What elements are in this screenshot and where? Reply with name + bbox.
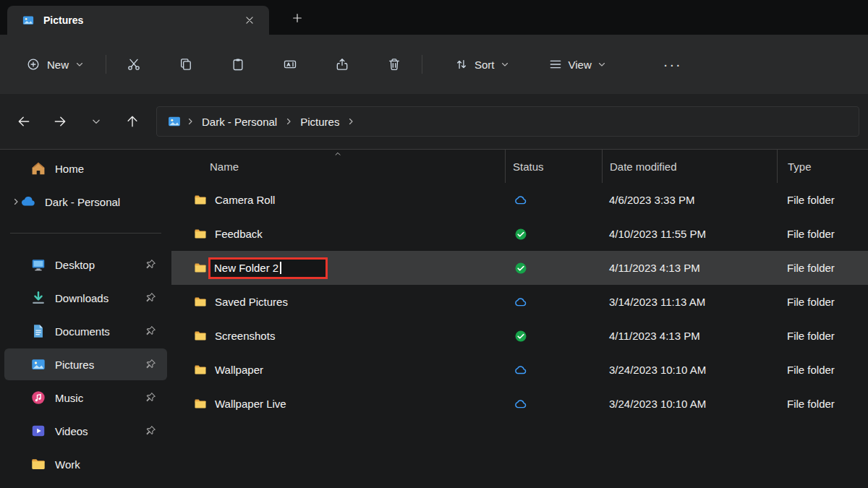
cut-button[interactable] (118, 50, 150, 79)
file-name: Saved Pictures (215, 296, 288, 308)
sidebar-item-label: Music (55, 392, 144, 404)
rename-icon (283, 57, 297, 72)
sidebar-item-pictures[interactable]: Pictures (4, 348, 167, 380)
view-icon (548, 57, 563, 72)
cut-icon (127, 57, 141, 72)
file-list-pane: Name Status Date modified Type Camera Ro… (171, 150, 868, 488)
tab-close-button[interactable] (240, 11, 259, 30)
column-header-type[interactable]: Type (777, 150, 868, 183)
sidebar-item-downloads[interactable]: Downloads (4, 282, 167, 314)
sidebar-item-dark-personal[interactable]: Dark - Personal (4, 186, 167, 218)
new-button[interactable]: New (16, 50, 94, 79)
sidebar-item-work[interactable]: Work (4, 448, 167, 480)
share-icon (335, 57, 349, 72)
view-button[interactable]: View (540, 50, 615, 79)
table-row[interactable]: Saved Pictures 3/14/2023 11:13 AM File f… (171, 285, 868, 319)
sidebar-item-videos[interactable]: Videos (4, 415, 167, 447)
file-name: Feedback (215, 228, 263, 240)
folder-icon (192, 329, 208, 343)
rename-input-value: New Folder 2 (214, 262, 278, 274)
date-modified: 3/14/2023 11:13 AM (602, 285, 777, 319)
pin-icon (144, 291, 157, 304)
chevron-right-icon (346, 117, 355, 126)
sidebar-item-documents[interactable]: Documents (4, 315, 167, 347)
home-icon (30, 160, 46, 176)
folder-icon (192, 193, 208, 207)
sidebar-item-label: Pictures (55, 359, 144, 371)
onedrive-icon (20, 194, 36, 210)
forward-button[interactable] (49, 111, 71, 132)
delete-button[interactable] (378, 50, 410, 79)
sidebar-item-desktop[interactable]: Desktop (4, 249, 167, 281)
desktop-icon (30, 257, 46, 273)
table-row[interactable]: Screenshots 4/11/2023 4:13 PM File folde… (171, 319, 868, 353)
new-button-label: New (47, 59, 69, 71)
synced-status-icon (514, 227, 528, 241)
back-button[interactable] (13, 111, 35, 132)
tab-bar: Pictures (0, 0, 868, 35)
sort-button[interactable]: Sort (446, 50, 518, 79)
column-header-name[interactable]: Name (171, 150, 505, 183)
more-options-button[interactable]: ··· (658, 50, 687, 79)
column-header-status[interactable]: Status (505, 150, 602, 183)
table-row[interactable]: Wallpaper Live 3/24/2023 10:10 AM File f… (171, 387, 868, 421)
navigation-pane: Home Dark - Personal Desktop Downloads D… (0, 150, 171, 488)
table-row[interactable]: New Folder 2 4/11/2023 4:13 PM File fold… (171, 251, 868, 285)
forward-arrow-icon (53, 114, 67, 129)
sidebar-item-music[interactable]: Music (4, 382, 167, 414)
share-button[interactable] (326, 50, 358, 79)
column-header-name-label: Name (210, 160, 239, 173)
column-header-row: Name Status Date modified Type (171, 150, 868, 183)
folder-icon (192, 397, 208, 411)
paste-button[interactable] (222, 50, 254, 79)
new-icon (26, 57, 41, 72)
folder-icon (192, 363, 208, 377)
sidebar-item-label: Dark - Personal (45, 196, 167, 208)
tab-pictures[interactable]: Pictures (7, 6, 269, 35)
cloud-status-icon (514, 397, 528, 411)
pictures-icon (30, 356, 46, 372)
file-rows: Camera Roll 4/6/2023 3:33 PM File folder… (171, 183, 868, 421)
breadcrumb-item-pictures[interactable]: Pictures (294, 113, 345, 131)
pin-icon (144, 391, 157, 404)
table-row[interactable]: Camera Roll 4/6/2023 3:33 PM File folder (171, 183, 868, 217)
chevron-down-icon (597, 60, 606, 69)
breadcrumb[interactable]: Dark - PersonalPictures (156, 106, 859, 137)
column-header-date-modified[interactable]: Date modified (602, 150, 777, 183)
file-type: File folder (777, 251, 868, 285)
close-icon (244, 15, 255, 25)
file-type: File folder (777, 285, 868, 319)
table-row[interactable]: Feedback 4/10/2023 11:55 PM File folder (171, 217, 868, 251)
table-row[interactable]: Wallpaper 3/24/2023 10:10 AM File folder (171, 353, 868, 387)
chevron-down-icon (91, 116, 101, 127)
date-modified: 3/24/2023 10:10 AM (602, 387, 777, 421)
sidebar-item-home[interactable]: Home (4, 153, 167, 184)
breadcrumb-item-dark-personal[interactable]: Dark - Personal (196, 113, 283, 131)
chevron-right-icon (284, 117, 293, 126)
sidebar-divider (10, 233, 161, 234)
copy-button[interactable] (170, 50, 202, 79)
cloud-status-icon (514, 295, 528, 309)
up-button[interactable] (122, 111, 143, 132)
date-modified: 4/6/2023 3:33 PM (602, 183, 777, 217)
address-bar: Dark - PersonalPictures (0, 94, 868, 150)
sidebar-item-label: Desktop (55, 259, 144, 271)
date-modified: 4/11/2023 4:13 PM (602, 319, 777, 353)
sidebar-item-label: Work (55, 458, 167, 471)
pin-icon (144, 358, 157, 371)
sidebar-item-label: Videos (55, 425, 144, 437)
paste-icon (231, 57, 245, 72)
sidebar-item-label: Downloads (55, 292, 144, 304)
rename-button[interactable] (274, 50, 306, 79)
new-tab-button[interactable] (288, 9, 307, 27)
recent-locations-button[interactable] (85, 111, 107, 132)
pin-icon (144, 258, 157, 271)
sort-icon (454, 57, 469, 72)
file-type: File folder (777, 353, 868, 387)
rename-input[interactable]: New Folder 2 (208, 257, 328, 279)
file-type: File folder (777, 217, 868, 251)
sort-button-label: Sort (475, 59, 495, 71)
column-header-type-label: Type (788, 160, 812, 173)
file-type: File folder (777, 183, 868, 217)
expand-chevron-icon[interactable] (12, 197, 20, 206)
